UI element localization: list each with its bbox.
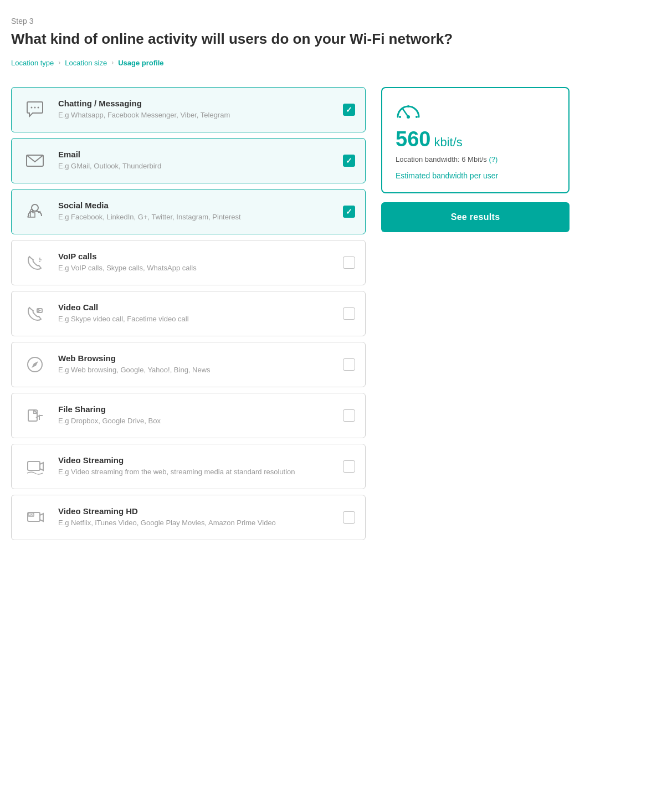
svg-point-1 (34, 106, 36, 108)
breadcrumb-sep-1: › (58, 59, 60, 66)
social-media-name: Social Media (58, 201, 333, 210)
svg-rect-13 (28, 462, 40, 470)
video-call-checkbox[interactable] (343, 307, 355, 320)
svg-marker-10 (32, 361, 38, 368)
video-streaming-hd-desc: E.g Netflix, iTunes Video, Google Play M… (58, 518, 333, 528)
video-streaming-hd-name: Video Streaming HD (58, 506, 333, 516)
bandwidth-per-user: Estimated bandwidth per user (396, 171, 555, 180)
activities-list: Chatting / Messaging E.g Whatsapp, Faceb… (11, 87, 366, 540)
breadcrumb-sep-2: › (111, 59, 114, 66)
activity-social-media[interactable]: Social Media E.g Facebook, LinkedIn, G+,… (11, 189, 366, 234)
bandwidth-question-mark[interactable]: (?) (489, 155, 497, 163)
email-icon (22, 147, 48, 174)
activity-video-streaming[interactable]: Video Streaming E.g Video streaming from… (11, 444, 366, 489)
bandwidth-unit: kbit/s (434, 135, 462, 150)
file-sharing-name: File Sharing (58, 404, 333, 414)
activity-video-call[interactable]: Video Call E.g Skype video call, Facetim… (11, 291, 366, 336)
social-media-desc: E.g Facebook, LinkedIn, G+, Twitter, Ins… (58, 212, 333, 222)
video-streaming-desc: E.g Video streaming from the web, stream… (58, 467, 333, 477)
voip-name: VoIP calls (58, 252, 333, 261)
web-browsing-desc: E.g Web browsing, Google, Yahoo!, Bing, … (58, 365, 333, 375)
file-sharing-desc: E.g Dropbox, Google Drive, Box (58, 416, 333, 426)
svg-point-19 (399, 116, 401, 118)
file-sharing-checkbox[interactable] (343, 409, 355, 422)
video-call-desc: E.g Skype video call, Facetime video cal… (58, 314, 333, 324)
video-call-name: Video Call (58, 302, 333, 312)
voip-icon (22, 249, 48, 276)
chat-icon (22, 96, 48, 123)
activity-video-streaming-hd[interactable]: HD Video Streaming HD E.g Netflix, iTune… (11, 495, 366, 540)
email-name: Email (58, 150, 333, 159)
page-title: What kind of online activity will users … (11, 30, 661, 49)
video-call-icon (22, 300, 48, 327)
svg-line-18 (402, 108, 408, 117)
svg-text:HD: HD (29, 514, 33, 517)
web-browsing-checkbox[interactable] (343, 358, 355, 371)
svg-point-0 (31, 106, 33, 108)
chatting-name: Chatting / Messaging (58, 99, 333, 108)
video-streaming-name: Video Streaming (58, 455, 333, 465)
activity-voip[interactable]: VoIP calls E.g VoIP calls, Skype calls, … (11, 240, 366, 285)
email-checkbox[interactable] (343, 155, 355, 167)
video-streaming-hd-checkbox[interactable] (343, 511, 355, 524)
breadcrumb-location-type[interactable]: Location type (11, 59, 54, 67)
breadcrumb: Location type › Location size › Usage pr… (11, 59, 661, 67)
chatting-desc: E.g Whatsapp, Facebook Messenger, Viber,… (58, 110, 333, 120)
video-streaming-checkbox[interactable] (343, 460, 355, 473)
activity-file-sharing[interactable]: File Sharing E.g Dropbox, Google Drive, … (11, 393, 366, 438)
bandwidth-value: 560 (396, 129, 430, 150)
activity-chatting[interactable]: Chatting / Messaging E.g Whatsapp, Faceb… (11, 87, 366, 132)
svg-point-20 (415, 116, 418, 118)
stream-hd-icon: HD (22, 504, 48, 531)
activity-email[interactable]: Email E.g GMail, Outlook, Thunderbird (11, 138, 366, 183)
activity-web-browsing[interactable]: Web Browsing E.g Web browsing, Google, Y… (11, 342, 366, 387)
web-browsing-name: Web Browsing (58, 353, 333, 363)
bandwidth-card: 560 kbit/s Location bandwidth: 6 Mbit/s … (381, 87, 570, 193)
breadcrumb-usage-profile[interactable]: Usage profile (118, 59, 163, 67)
social-media-checkbox[interactable] (343, 206, 355, 218)
social-icon (22, 198, 48, 225)
bandwidth-location: Location bandwidth: 6 Mbit/s (?) (396, 155, 555, 163)
stream-icon (22, 453, 48, 480)
email-desc: E.g GMail, Outlook, Thunderbird (58, 161, 333, 171)
file-share-icon (22, 402, 48, 429)
sidebar: 560 kbit/s Location bandwidth: 6 Mbit/s … (381, 87, 570, 232)
see-results-button[interactable]: See results (381, 202, 570, 232)
voip-desc: E.g VoIP calls, Skype calls, WhatsApp ca… (58, 263, 333, 273)
voip-checkbox[interactable] (343, 257, 355, 269)
compass-icon (22, 351, 48, 378)
step-label: Step 3 (11, 17, 661, 25)
svg-point-2 (38, 106, 39, 108)
gauge-icon (396, 100, 555, 123)
breadcrumb-location-size[interactable]: Location size (65, 59, 107, 67)
chatting-checkbox[interactable] (343, 104, 355, 116)
svg-point-21 (407, 105, 409, 107)
